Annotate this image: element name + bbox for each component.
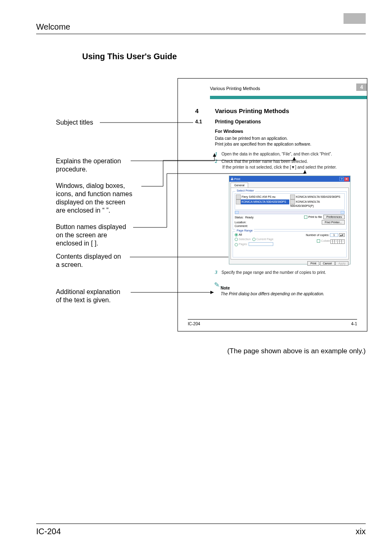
status-label: Status: [235, 216, 244, 219]
location-label: Location: [235, 221, 246, 224]
label-subject-titles: Subject titles [56, 118, 93, 127]
radio-selection[interactable] [235, 238, 238, 241]
sample-step-1-text: Open the data in the application, “File”… [221, 152, 332, 156]
dialog-pane: Select Printer Fiery S450 65C-KM PS eu K… [231, 188, 349, 259]
footer-right: xix [356, 527, 366, 536]
label-buttons-2: on the screen are [56, 231, 107, 240]
preferences-button[interactable]: Preferences [323, 215, 345, 219]
print-dialog: 🖶 Print ?✕ General Select Printer Fiery … [229, 176, 350, 264]
close-button[interactable]: ✕ [344, 177, 349, 181]
sample-footer-right: 4-1 [351, 322, 357, 326]
figure-caption: (The page shown above is an example only… [227, 347, 366, 355]
printer-icon: 🖶 [231, 178, 233, 181]
cancel-button[interactable]: Cancel [320, 261, 335, 266]
label-windows-2: icons, and function names [56, 190, 132, 199]
sample-step-3-text: Specify the page range and the number of… [221, 270, 326, 275]
radio-pages[interactable] [235, 243, 238, 246]
label-additional-2: of the text is given. [56, 296, 111, 305]
sample-section-number: 4.1 [195, 119, 202, 125]
collate-label: Collate [321, 239, 330, 242]
copies-input[interactable] [330, 233, 338, 237]
radio-all[interactable] [235, 233, 238, 236]
footer-rule [36, 524, 366, 524]
printer-item[interactable]: KONICA MINOLTA 500/420/360PS [290, 195, 344, 199]
print-to-file-label: Print to file [308, 215, 322, 218]
label-contents-2: a screen. [56, 261, 83, 269]
sample-accent-bar [210, 96, 367, 99]
printer-icon [236, 195, 241, 199]
sample-footer-left: IC-204 [188, 322, 200, 326]
copies-spinner[interactable]: ▴▾ [339, 233, 345, 237]
collate-icon: 123 [332, 239, 338, 244]
label-contents-1: Contents displayed on [56, 253, 121, 261]
sample-step-2b: If the printer is not selected, click th… [222, 165, 337, 169]
printer-icon [290, 195, 295, 199]
label-windows-3: displayed on the screen [56, 198, 125, 207]
apply-button[interactable]: Apply [335, 261, 348, 266]
label-buttons-3: enclosed in [ ]. [56, 239, 98, 248]
printer-icon [290, 199, 295, 204]
printer-icon [236, 199, 241, 204]
sample-body-2: Print jobs are specified from the applic… [215, 142, 311, 146]
dialog-titlebar: 🖶 Print ?✕ [229, 176, 350, 182]
copies-label: Number of copies: [306, 234, 329, 236]
pages-input[interactable] [249, 242, 273, 246]
comment-label: Comment: [235, 225, 345, 227]
dialog-footer: Print Cancel Apply [229, 261, 350, 266]
group-select-title: Select Printer [235, 189, 255, 192]
label-explains-1: Explains the operation [56, 157, 121, 166]
label-windows-4: are enclosed in “ ”. [56, 206, 111, 215]
collate-icon: 123 [339, 239, 345, 244]
printer-item[interactable]: KONICA MINOLTA 500/420/360PS(P) [290, 199, 344, 207]
sample-step-2: 2Check that the printer name has been se… [215, 158, 308, 164]
group-range-title: Page Range [235, 229, 254, 232]
sample-page-figure: Various Printing Methods 4 4 Various Pri… [178, 78, 367, 331]
header-rule [36, 34, 366, 34]
sample-step-1: 1Open the data in the application, “File… [215, 151, 332, 157]
label-windows-1: Windows, dialog boxes, [56, 182, 125, 190]
current-page-label: Current Page [256, 238, 274, 241]
sample-chapter-chip: 4 [356, 83, 367, 91]
printer-item[interactable]: Fiery S450 65C-KM PS eu [236, 195, 289, 199]
printer-item-selected[interactable]: KONICA MINOLTA 500/420/360PS [236, 199, 289, 204]
pages-label: Pages: [239, 243, 248, 246]
dialog-title: Print [234, 178, 240, 181]
sample-body-1: Data can be printed from an application. [215, 136, 288, 141]
find-printer-button[interactable]: Find Printer... [322, 220, 345, 225]
collate-checkbox[interactable] [317, 239, 320, 243]
sample-footer-rule [188, 319, 357, 320]
horizontal-scrollbar[interactable] [235, 211, 345, 214]
sample-step-2-text: Check that the printer name has been sel… [221, 159, 308, 164]
help-button[interactable]: ? [339, 177, 344, 181]
selection-label: Selection [239, 238, 251, 241]
running-header: Welcome [36, 22, 70, 32]
label-explains-2: procedure. [56, 165, 88, 174]
sample-subhead: For Windows [215, 129, 243, 134]
sample-section-title: Printing Operations [215, 119, 261, 125]
window-controls: ?✕ [339, 177, 349, 181]
print-button[interactable]: Print [307, 261, 319, 266]
sample-chapter-number: 4 [195, 107, 198, 114]
group-select-printer: Select Printer Fiery S450 65C-KM PS eu K… [233, 191, 347, 229]
group-page-range: Page Range All Selection Current Page Pa… [233, 231, 347, 257]
tab-general[interactable]: General [231, 183, 248, 188]
sample-step-3: 3Specify the page range and the number o… [215, 269, 326, 276]
note-text: The Print dialog box differs depending o… [221, 292, 324, 296]
footer-left: IC-204 [36, 527, 61, 536]
label-additional-1: Additional explanation [56, 288, 120, 297]
sample-chapter-title: Various Printing Methods [215, 107, 289, 114]
note-label: Note [221, 286, 230, 290]
header-accent [344, 13, 366, 24]
radio-current-page[interactable] [252, 238, 256, 241]
label-buttons-1: Button names displayed [56, 223, 126, 232]
print-to-file-checkbox[interactable] [304, 215, 307, 219]
printer-list[interactable]: Fiery S450 65C-KM PS eu KONICA MINOLTA 5… [235, 193, 345, 210]
all-label: All [239, 233, 242, 236]
status-value: Ready [245, 216, 254, 219]
sample-running-header: Various Printing Methods [210, 86, 260, 91]
section-title: Using This User's Guide [82, 52, 177, 61]
